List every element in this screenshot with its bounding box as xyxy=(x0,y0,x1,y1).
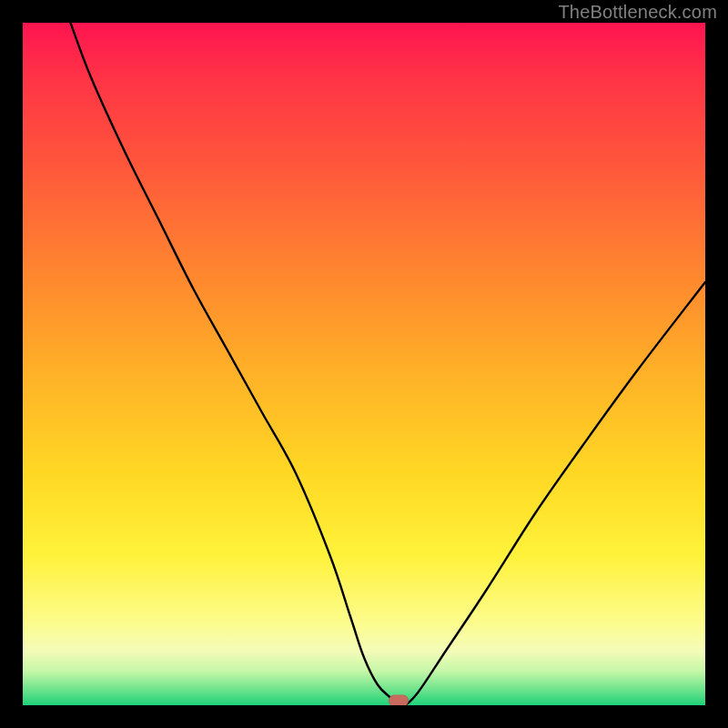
minimum-marker xyxy=(389,695,409,706)
chart-frame: TheBottleneck.com xyxy=(0,0,728,728)
bottleneck-curve xyxy=(71,23,706,705)
plot-area xyxy=(23,23,705,705)
curve-svg xyxy=(23,23,705,705)
watermark-text: TheBottleneck.com xyxy=(558,2,717,23)
